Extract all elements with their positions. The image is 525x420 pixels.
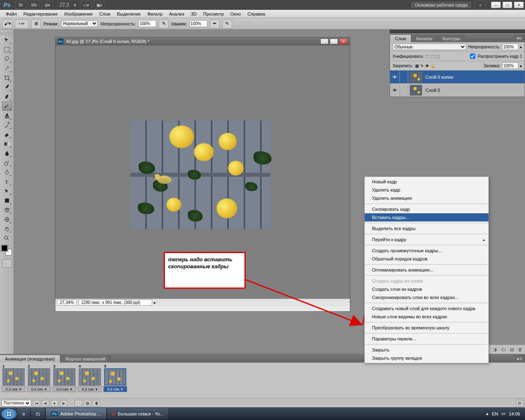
frame-thumb[interactable]	[79, 368, 101, 386]
context-menu-item[interactable]: Преобразовать во временную шкалу	[365, 324, 488, 332]
maximize-button[interactable]: ☐	[502, 2, 512, 8]
blur-tool[interactable]	[2, 149, 12, 158]
tab-paths[interactable]: Контуры	[438, 35, 466, 42]
eraser-tool[interactable]	[2, 130, 12, 139]
context-menu-item[interactable]: Перейти к кадру▸	[365, 235, 488, 244]
toolbar-grip[interactable]	[0, 32, 14, 35]
panel-grip[interactable]	[390, 30, 525, 33]
minimize-button[interactable]: —	[491, 2, 501, 8]
context-menu-item[interactable]: Удалить анимацию	[365, 194, 488, 202]
menu-analysis[interactable]: Анализ	[166, 11, 187, 17]
color-swatches[interactable]	[1, 245, 13, 256]
arrange-icon[interactable]: ▭▾	[80, 1, 92, 9]
tool-preset-icon[interactable]: 🖌▾	[2, 19, 12, 28]
move-tool[interactable]	[2, 36, 12, 45]
delete-layer-icon[interactable]: 🗑	[518, 347, 523, 352]
lasso-tool[interactable]	[2, 55, 12, 64]
prev-frame-button[interactable]: ◂|	[42, 400, 49, 406]
frame-delay[interactable]: 0,2 сек. ▾	[2, 386, 25, 392]
menu-edit[interactable]: Редактирование	[20, 11, 61, 17]
context-menu-item[interactable]: Создать промежуточные кадры...	[365, 247, 488, 255]
status-zoom[interactable]: 27,34%	[57, 299, 77, 306]
layer-blend-select[interactable]: Обычные	[393, 43, 466, 50]
menu-3d[interactable]: 3D	[187, 11, 200, 17]
size-pressure-icon[interactable]: ✎	[222, 19, 232, 28]
menu-help[interactable]: Справка	[244, 11, 268, 17]
fill-input[interactable]	[502, 62, 518, 69]
frame-delay[interactable]: 0,2 сек. ▾	[27, 386, 51, 392]
context-menu-item[interactable]: Оптимизировать анимацию...	[365, 266, 488, 274]
adjustment-layer-icon[interactable]: ◑	[493, 347, 497, 352]
layer-name[interactable]: Слой 0	[424, 88, 525, 93]
flow-input[interactable]	[189, 20, 208, 27]
unify-position-icon[interactable]: ⬚	[425, 54, 429, 59]
airbrush-icon[interactable]: ✒	[210, 19, 220, 28]
context-menu-item[interactable]: Закрыть группу вкладок	[365, 354, 488, 362]
doc-close-button[interactable]: ✕	[339, 39, 347, 44]
view-extras-icon[interactable]: ⊞▾	[41, 1, 53, 9]
play-button[interactable]: ▸	[51, 400, 58, 406]
frame-thumb[interactable]	[2, 368, 25, 386]
duplicate-frame-button[interactable]: ▤	[84, 400, 91, 406]
context-menu-item[interactable]: Новые слои видимы во всех кадрах	[365, 313, 488, 321]
context-menu-item[interactable]: Удалить кадр	[365, 186, 488, 194]
context-menu-item[interactable]: Новый кадр	[365, 178, 488, 186]
path-select-tool[interactable]	[2, 187, 12, 196]
screen-mode-icon[interactable]: ▣▾	[94, 1, 105, 9]
frame-delay[interactable]: 0,2 сек. ▾	[52, 386, 76, 392]
history-brush-tool[interactable]	[2, 121, 12, 130]
propagate-checkbox[interactable]	[470, 53, 475, 59]
layer-opacity-input[interactable]	[502, 43, 518, 50]
lock-pixels-icon[interactable]: ▦	[415, 64, 419, 68]
layer-row[interactable]: 👁 Слой 0 копия	[390, 71, 525, 84]
context-menu-item[interactable]: Вставить кадры...	[365, 213, 488, 221]
brush-panel-icon[interactable]: ⊞	[31, 19, 41, 28]
taskbar-ie[interactable]: e	[18, 408, 30, 419]
tray-arrow-icon[interactable]: ▴	[486, 411, 488, 416]
workspace-button[interactable]: Основная рабочая среда	[410, 1, 472, 9]
delete-frame-button[interactable]: 🗑	[93, 400, 100, 406]
context-menu-item[interactable]: Закрыть	[365, 346, 488, 354]
anim-panel-menu-icon[interactable]: ▸≡	[515, 355, 525, 363]
frame-thumb[interactable]	[28, 368, 50, 386]
opacity-pressure-icon[interactable]: ✎	[159, 19, 169, 28]
hand-tool[interactable]	[2, 224, 12, 233]
menu-select[interactable]: Выделение	[114, 11, 144, 17]
language-indicator[interactable]: EN	[492, 411, 498, 416]
clock[interactable]: 14:06	[509, 411, 520, 416]
taskbar-opera[interactable]: O Большая семья - Yo...	[107, 408, 169, 419]
panel-menu-icon[interactable]: ▾≡	[514, 34, 525, 42]
marquee-tool[interactable]	[2, 45, 12, 54]
bridge-icon[interactable]: Br	[15, 1, 27, 9]
blend-mode-select[interactable]: Нормальный	[61, 20, 98, 27]
brush-tool[interactable]	[2, 102, 12, 111]
context-menu-item[interactable]: Создавать новый слой для каждого нового …	[365, 304, 488, 313]
unify-visibility-icon[interactable]: ⬚	[431, 54, 434, 59]
close-button[interactable]: ✕	[514, 2, 524, 8]
animation-frame[interactable]: 4 0,2 сек. ▾	[78, 364, 102, 392]
healing-tool[interactable]	[2, 92, 12, 101]
menu-layer[interactable]: Слои	[96, 11, 114, 17]
timeline-toggle-button[interactable]: ⊟	[516, 400, 523, 406]
link-cell[interactable]	[400, 71, 408, 83]
lock-move-icon[interactable]: ✥	[425, 64, 429, 68]
frame-thumb[interactable]	[104, 368, 126, 386]
crop-tool[interactable]	[2, 73, 12, 82]
quickmask-button[interactable]	[2, 259, 12, 267]
menu-file[interactable]: Файл	[2, 11, 20, 17]
opacity-input[interactable]	[138, 20, 156, 27]
zoom-tool[interactable]	[2, 234, 12, 243]
animation-frame[interactable]: 1 0,2 сек. ▾	[2, 364, 25, 392]
type-tool[interactable]: T	[2, 177, 12, 186]
context-menu-item[interactable]: Обратный порядок кадров	[365, 255, 488, 263]
layer-name[interactable]: Слой 0 копия	[424, 75, 525, 80]
shape-tool[interactable]	[2, 196, 12, 205]
lock-all-icon[interactable]: 🔒	[430, 64, 435, 68]
brush-preset-icon[interactable]: •4▾	[15, 19, 29, 28]
taskbar-explorer[interactable]: 🗀	[31, 408, 46, 419]
layer-row[interactable]: 👁 Слой 0	[390, 84, 525, 97]
document-titlebar[interactable]: Ps 43.jpg @ 27,3% (Слой 0 копия, RGB/8) …	[55, 37, 350, 46]
menu-view[interactable]: Просмотр	[200, 11, 227, 17]
layer-group-icon[interactable]: 🗀	[501, 347, 506, 352]
context-menu-item[interactable]: Скопировать кадр	[365, 205, 488, 213]
